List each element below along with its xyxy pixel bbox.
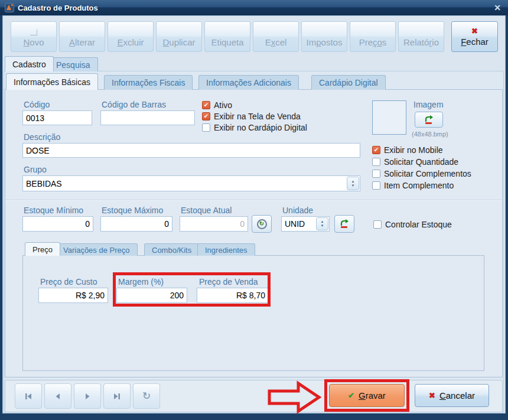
tab-informacoes-basicas[interactable]: Informações Básicas [6, 73, 98, 90]
estoque-maximo-label: Estoque Máximo [102, 206, 163, 215]
tab-cardapio-digital[interactable]: Cardápio Digital [311, 75, 386, 90]
impostos-button[interactable]: Impostos [301, 21, 347, 52]
nav-refresh-button[interactable]: ↻ [133, 383, 160, 409]
precos-button[interactable]: Preços [350, 21, 396, 52]
checkbox-label: Controlar Estoque [385, 220, 452, 229]
estoque-minimo-label: Estoque Mínimo [24, 206, 83, 215]
tab-cadastro[interactable]: Cadastro [5, 56, 54, 71]
preco-custo-input[interactable] [38, 288, 108, 303]
preco-venda-label: Preço de Venda [199, 277, 258, 286]
preco-panel [22, 255, 484, 371]
refresh-records-icon: ↻ [142, 390, 151, 402]
margem-input[interactable] [116, 288, 187, 303]
checkbox-label: Ativo [214, 100, 232, 110]
checkbox-label: Solicitar Quantidade [384, 157, 458, 167]
upload-image-icon [423, 115, 435, 125]
checkbox-unchecked-icon [372, 158, 380, 166]
alterar-button[interactable]: Alterar [59, 21, 105, 52]
checkbox-checked-icon: ✔ [202, 101, 210, 109]
codigo-input[interactable] [22, 110, 92, 125]
checkbox-label: Solicitar Complementos [384, 169, 471, 178]
checkbox-label: Exibir no Cardápio Digital [214, 123, 307, 132]
codigo-label: Código [24, 100, 50, 109]
tab-informacoes-adicionais[interactable]: Informações Adicionais [198, 75, 299, 90]
grupo-combobox[interactable]: ▲▼ [22, 175, 360, 191]
checkbox-unchecked-icon [372, 170, 380, 178]
edit-unit-icon [338, 219, 350, 229]
estoque-atual-label: Estoque Atual [181, 206, 232, 215]
tab-variacoes-preco[interactable]: Variações de Preço [56, 243, 138, 256]
app-icon [5, 3, 14, 12]
preco-venda-input[interactable] [197, 288, 269, 303]
checkbox-checked-icon: ✔ [372, 146, 380, 154]
tab-preco[interactable]: Preço [25, 242, 60, 256]
descricao-input[interactable] [22, 143, 360, 158]
estoque-maximo-input[interactable] [100, 216, 172, 232]
title-bar: Cadastro de Produtos ✕ [0, 0, 508, 15]
section-divider [5, 200, 502, 201]
etiqueta-button[interactable]: Etiqueta [204, 21, 250, 52]
estoque-minimo-input[interactable] [22, 216, 93, 232]
recalculate-stock-button[interactable]: ↻ [252, 215, 272, 233]
window-close-icon[interactable]: ✕ [491, 3, 503, 12]
imagem-label: Imagem [413, 100, 444, 109]
checkbox-item-complemento[interactable]: Item Complemento [372, 181, 454, 190]
preco-custo-label: Preço de Custo [40, 277, 97, 286]
checkbox-controlar-estoque[interactable]: Controlar Estoque [373, 220, 452, 229]
window-title: Cadastro de Produtos [18, 4, 98, 12]
unidade-value[interactable] [282, 217, 315, 231]
cancel-x-icon: ✖ [429, 391, 435, 400]
edit-unit-button[interactable] [334, 215, 354, 233]
unidade-spinner-icon[interactable]: ▲▼ [316, 217, 328, 230]
unidade-combobox[interactable]: ▲▼ [281, 216, 330, 232]
excluir-button[interactable]: Excluir [108, 21, 154, 52]
upload-image-button[interactable] [415, 112, 443, 128]
checkbox-unchecked-icon [372, 181, 380, 190]
margem-label: Margem (%) [118, 277, 164, 286]
next-record-icon [83, 392, 92, 401]
tab-combo-kits[interactable]: Combo/Kits [144, 243, 199, 256]
nav-first-button[interactable] [15, 383, 42, 409]
excel-button[interactable]: Excel [253, 21, 299, 52]
refresh-icon: ↻ [257, 219, 267, 229]
image-size-hint: (48x48.bmp) [412, 131, 448, 138]
grupo-spinner-icon[interactable]: ▲▼ [347, 177, 359, 190]
novo-icon [30, 30, 37, 35]
codigo-barras-label: Código de Barras [102, 100, 166, 109]
relatorio-button[interactable]: Relatório [398, 21, 444, 52]
product-registration-window: Cadastro de Produtos ✕ Novo Alterar Excl… [0, 0, 508, 420]
cancelar-button[interactable]: ✖ Cancelar [415, 384, 489, 407]
grupo-value[interactable] [23, 176, 346, 191]
checkbox-label: Item Complemento [384, 181, 454, 190]
checkbox-solicitar-quantidade[interactable]: Solicitar Quantidade [372, 157, 458, 167]
nav-last-button[interactable] [103, 383, 131, 409]
fechar-button[interactable]: ✖ Fechar [451, 21, 498, 52]
checkbox-label: Exibir no Mobile [384, 145, 443, 155]
checkbox-ativo[interactable]: ✔ Ativo [202, 100, 232, 110]
estoque-atual-input [180, 216, 248, 232]
check-icon: ✔ [348, 391, 354, 400]
checkbox-checked-icon: ✔ [202, 112, 210, 121]
grupo-label: Grupo [24, 165, 47, 174]
checkbox-exibir-mobile[interactable]: ✔ Exibir no Mobile [372, 145, 443, 155]
checkbox-exibir-tela-venda[interactable]: ✔ Exibir na Tela de Venda [202, 112, 301, 121]
last-record-icon [112, 392, 122, 401]
unidade-label: Unidade [282, 206, 313, 215]
novo-button[interactable]: Novo [11, 21, 57, 52]
checkbox-exibir-cardapio-digital[interactable]: Exibir no Cardápio Digital [202, 123, 307, 132]
nav-next-button[interactable] [74, 383, 101, 409]
checkbox-solicitar-complementos[interactable]: Solicitar Complementos [372, 169, 471, 178]
gravar-button[interactable]: ✔ Gravar [329, 384, 405, 407]
tab-ingredientes[interactable]: Ingredientes [197, 243, 255, 256]
tab-pesquisa[interactable]: Pesquisa [48, 57, 98, 71]
descricao-label: Descrição [24, 132, 60, 142]
codigo-barras-input[interactable] [100, 110, 195, 125]
checkbox-label: Exibir na Tela de Venda [214, 112, 301, 121]
duplicar-button[interactable]: Duplicar [156, 21, 202, 52]
checkbox-unchecked-icon [373, 220, 382, 229]
previous-record-icon [53, 392, 63, 401]
nav-prev-button[interactable] [44, 383, 71, 409]
product-image-placeholder [372, 100, 406, 135]
checkbox-unchecked-icon [202, 123, 210, 132]
tab-informacoes-fiscais[interactable]: Informações Fiscais [104, 75, 193, 90]
